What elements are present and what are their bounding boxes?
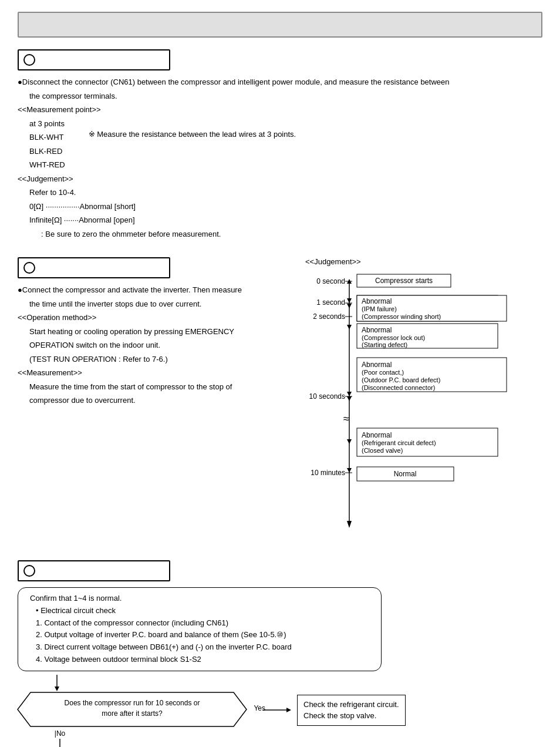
svg-marker-9: [347, 298, 352, 303]
confirm-line2: • Electrical circuit check: [36, 605, 369, 617]
confirm-line1: Confirm that 1~4 is normal.: [30, 593, 369, 605]
section2: ●Connect the compressor and activate the…: [18, 257, 542, 543]
s2-meas2: compressor due to overcurrent.: [29, 395, 294, 406]
section1-judge-header: <<Judgement>>: [18, 173, 542, 185]
s2-meas1: Measure the time from the start of compr…: [29, 381, 294, 393]
svg-marker-23: [347, 325, 352, 329]
section1-blkred: BLK-RED: [29, 146, 65, 157]
section3: Confirm that 1~4 is normal. • Electrical…: [18, 560, 542, 747]
section2-right: <<Judgement>> 0 second Compressor starts…: [305, 257, 542, 543]
confirm-line3: 1. Contact of the compressor connector (…: [36, 617, 369, 630]
no1-label: |No: [55, 729, 65, 738]
check-refrig1: Check the refrigerant circuit.: [303, 699, 399, 711]
header-bar: [18, 12, 542, 38]
check-refrig2: Check the stop valve.: [303, 710, 399, 722]
svg-marker-10: [347, 304, 352, 308]
section1-refer: Refer to 10-4.: [29, 187, 542, 198]
svg-text:Abnormal: Abnormal: [362, 361, 392, 369]
svg-text:≈: ≈: [343, 413, 349, 425]
svg-text:1 second: 1 second: [316, 298, 345, 307]
svg-text:Normal: Normal: [394, 470, 417, 478]
svg-text:10 minutes: 10 minutes: [311, 469, 345, 477]
timing-diagram: 0 second Compressor starts 1 second 2 se…: [305, 271, 528, 541]
s2-op-header: <<Operation method>>: [18, 312, 294, 324]
s2-judge-header: <<Judgement>>: [305, 257, 542, 266]
svg-text:Abnormal: Abnormal: [362, 297, 392, 305]
section2-left: ●Connect the compressor and activate the…: [18, 257, 294, 543]
section1-at3: at 3 points: [29, 118, 65, 130]
section1-bullet1: ●Disconnect the connector (CN61) between…: [18, 76, 542, 88]
flowchart: Confirm that 1~4 is normal. • Electrical…: [18, 587, 382, 747]
section2-label: [18, 257, 170, 278]
section1-infinite: Infinite[Ω] ·······Abnormal [open]: [29, 214, 542, 226]
svg-marker-31: [347, 396, 352, 401]
confirm-box: Confirm that 1~4 is normal. • Electrical…: [18, 587, 382, 671]
svg-text:10 seconds: 10 seconds: [309, 392, 345, 401]
s2-bullet2: the time until the inverter stops due to…: [29, 298, 294, 310]
section3-circle: [23, 565, 35, 577]
s2-op1: Start heating or cooling operation by pr…: [29, 326, 294, 338]
svg-text:(Poor contact,): (Poor contact,): [362, 369, 404, 376]
svg-marker-45: [347, 468, 352, 473]
section1-label: [18, 49, 170, 70]
s2-op2: OPERATION switch on the indoor unit.: [29, 339, 294, 351]
section1-whtred: WHT-RED: [29, 159, 65, 171]
arrow-right1: [263, 704, 292, 716]
svg-text:(Closed valve): (Closed valve): [362, 447, 403, 454]
svg-text:Compressor starts: Compressor starts: [375, 277, 433, 285]
section2-circle: [23, 262, 35, 274]
svg-text:(Compressor lock out): (Compressor lock out): [362, 334, 425, 341]
confirm-line6: 4. Voltage between outdoor terminal bloc…: [36, 654, 369, 666]
s2-op3: (TEST RUN OPERATION : Refer to 7-6.): [29, 354, 294, 365]
section1-meas-header: <<Measurement point>>: [18, 104, 542, 116]
s2-meas-header: <<Measurement>>: [18, 367, 294, 379]
section1-note: ※ Measure the resistance between the lea…: [89, 129, 296, 140]
svg-text:(Compressor winding short): (Compressor winding short): [362, 313, 441, 320]
section1-circle: [23, 54, 35, 66]
svg-text:Abnormal: Abnormal: [362, 326, 392, 334]
decision1-row: Does the compressor run for 10 seconds o…: [18, 692, 382, 728]
section3-label: [18, 560, 170, 581]
confirm-line5: 3. Direct current voltage between DB61(+…: [36, 641, 369, 654]
svg-text:(Refrigerant circuit defect): (Refrigerant circuit defect): [362, 439, 436, 446]
no1-row: |No: [18, 729, 382, 747]
s2-bullet1: ●Connect the compressor and activate the…: [18, 284, 294, 296]
svg-marker-30: [347, 392, 352, 396]
section1-bullet2: the compressor terminals.: [29, 90, 542, 102]
svg-text:(IPM failure): (IPM failure): [362, 305, 397, 312]
section1-blkwht: BLK-WHT: [29, 132, 65, 143]
svg-text:Abnormal: Abnormal: [362, 431, 392, 439]
arrow2: [53, 739, 67, 747]
svg-text:(Outdoor P.C. board defect): (Outdoor P.C. board defect): [362, 376, 440, 383]
svg-marker-38: [347, 439, 352, 444]
check-refrigerant-box: Check the refrigerant circuit. Check the…: [297, 695, 406, 726]
svg-text:(Starting defect): (Starting defect): [362, 341, 407, 348]
svg-marker-49: [55, 687, 59, 691]
arrow1: [50, 675, 64, 691]
svg-text:Does the compressor run for 10: Does the compressor run for 10 seconds o…: [65, 699, 200, 707]
svg-text:(Disconnected connector): (Disconnected connector): [362, 384, 435, 391]
svg-text:2 seconds: 2 seconds: [313, 312, 345, 321]
decision1-shape: Does the compressor run for 10 seconds o…: [18, 692, 247, 726]
svg-text:0 second: 0 second: [316, 277, 345, 285]
section1-zero: 0[Ω] ················Abnormal [short]: [29, 201, 542, 213]
yes1-label: Yes: [254, 704, 265, 712]
section1-zero-note: : Be sure to zero the ohmmeter before me…: [41, 228, 542, 240]
section1: ●Disconnect the connector (CN61) between…: [18, 49, 542, 240]
svg-marker-54: [286, 708, 291, 712]
svg-text:more after it starts?: more after it starts?: [102, 709, 163, 718]
svg-marker-1: [347, 521, 352, 528]
confirm-line4: 2. Output voltage of inverter P.C. board…: [36, 629, 369, 641]
